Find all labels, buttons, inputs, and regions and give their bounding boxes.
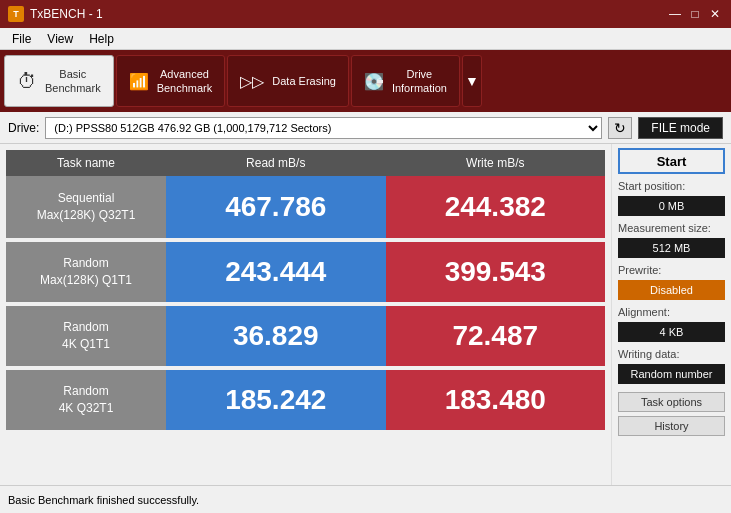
toolbar-drive-information-label: DriveInformation <box>392 67 447 96</box>
main-area: Task name Read mB/s Write mB/s Sequentia… <box>0 144 731 485</box>
benchmark-table: Task name Read mB/s Write mB/s Sequentia… <box>6 150 605 434</box>
status-bar: Basic Benchmark finished successfully. <box>0 485 731 513</box>
alignment-label: Alignment: <box>618 306 725 318</box>
menu-help[interactable]: Help <box>81 30 122 48</box>
writing-data-value[interactable]: Random number <box>618 364 725 384</box>
task-name-3: Random4K Q32T1 <box>6 368 166 432</box>
maximize-button[interactable]: □ <box>687 6 703 22</box>
prewrite-label: Prewrite: <box>618 264 725 276</box>
toolbar-data-erasing-label: Data Erasing <box>272 74 336 88</box>
toolbar-dropdown[interactable]: ▼ <box>462 55 482 107</box>
drive-row: Drive: (D:) PPSS80 512GB 476.92 GB (1,00… <box>0 112 731 144</box>
read-value-1: 243.444 <box>166 240 386 304</box>
write-value-3: 183.480 <box>386 368 606 432</box>
write-value-1: 399.543 <box>386 240 606 304</box>
write-value-2: 72.487 <box>386 304 606 368</box>
status-text: Basic Benchmark finished successfully. <box>8 494 199 506</box>
measurement-size-label: Measurement size: <box>618 222 725 234</box>
right-panel: Start Start position: 0 MB Measurement s… <box>611 144 731 485</box>
benchmark-area: Task name Read mB/s Write mB/s Sequentia… <box>0 144 611 485</box>
menu-bar: File View Help <box>0 28 731 50</box>
data-erasing-icon: ▷▷ <box>240 72 264 91</box>
alignment-value[interactable]: 4 KB <box>618 322 725 342</box>
table-row: Random4K Q32T1 185.242 183.480 <box>6 368 605 432</box>
start-position-value[interactable]: 0 MB <box>618 196 725 216</box>
drive-information-icon: 💽 <box>364 72 384 91</box>
task-name-2: Random4K Q1T1 <box>6 304 166 368</box>
col-read: Read mB/s <box>166 150 386 176</box>
table-row: Random4K Q1T1 36.829 72.487 <box>6 304 605 368</box>
col-write: Write mB/s <box>386 150 606 176</box>
basic-benchmark-icon: ⏱ <box>17 70 37 93</box>
toolbar-basic-benchmark[interactable]: ⏱ BasicBenchmark <box>4 55 114 107</box>
toolbar-drive-information[interactable]: 💽 DriveInformation <box>351 55 460 107</box>
task-name-1: RandomMax(128K) Q1T1 <box>6 240 166 304</box>
table-row: SequentialMax(128K) Q32T1 467.786 244.38… <box>6 176 605 240</box>
drive-select[interactable]: (D:) PPSS80 512GB 476.92 GB (1,000,179,7… <box>45 117 602 139</box>
read-value-2: 36.829 <box>166 304 386 368</box>
drive-label: Drive: <box>8 121 39 135</box>
start-position-label: Start position: <box>618 180 725 192</box>
writing-data-label: Writing data: <box>618 348 725 360</box>
toolbar-data-erasing[interactable]: ▷▷ Data Erasing <box>227 55 349 107</box>
table-row: RandomMax(128K) Q1T1 243.444 399.543 <box>6 240 605 304</box>
prewrite-value[interactable]: Disabled <box>618 280 725 300</box>
history-button[interactable]: History <box>618 416 725 436</box>
task-options-button[interactable]: Task options <box>618 392 725 412</box>
task-name-0: SequentialMax(128K) Q32T1 <box>6 176 166 240</box>
menu-file[interactable]: File <box>4 30 39 48</box>
toolbar-advanced-benchmark-label: AdvancedBenchmark <box>157 67 213 96</box>
read-value-0: 467.786 <box>166 176 386 240</box>
write-value-0: 244.382 <box>386 176 606 240</box>
title-bar: T TxBENCH - 1 — □ ✕ <box>0 0 731 28</box>
title-text: TxBENCH - 1 <box>30 7 103 21</box>
advanced-benchmark-icon: 📶 <box>129 72 149 91</box>
menu-view[interactable]: View <box>39 30 81 48</box>
toolbar-basic-benchmark-label: BasicBenchmark <box>45 67 101 96</box>
close-button[interactable]: ✕ <box>707 6 723 22</box>
col-task-name: Task name <box>6 150 166 176</box>
start-button[interactable]: Start <box>618 148 725 174</box>
toolbar: ⏱ BasicBenchmark 📶 AdvancedBenchmark ▷▷ … <box>0 50 731 112</box>
measurement-size-value[interactable]: 512 MB <box>618 238 725 258</box>
read-value-3: 185.242 <box>166 368 386 432</box>
toolbar-advanced-benchmark[interactable]: 📶 AdvancedBenchmark <box>116 55 226 107</box>
minimize-button[interactable]: — <box>667 6 683 22</box>
app-icon: T <box>8 6 24 22</box>
title-controls: — □ ✕ <box>667 6 723 22</box>
drive-refresh-button[interactable]: ↻ <box>608 117 632 139</box>
file-mode-button[interactable]: FILE mode <box>638 117 723 139</box>
